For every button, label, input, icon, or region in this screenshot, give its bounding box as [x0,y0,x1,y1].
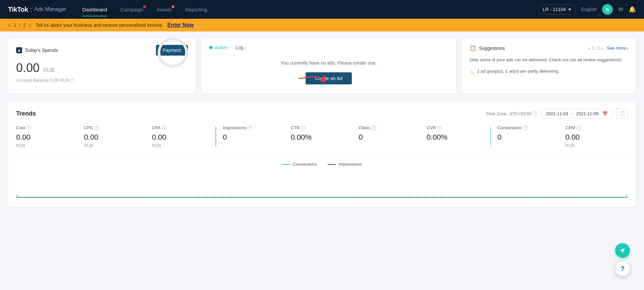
calendar-icon: 📅 [602,111,608,116]
impressions-line-icon [328,164,336,165]
chart-svg [16,172,628,199]
date-from: 2021-11-03 [546,111,568,116]
impressions-info-icon[interactable]: ? [248,126,252,130]
suggestions-card: 📋 Suggestions ‹ 1 / 1 › See more [462,38,636,94]
spend-chart [158,61,188,68]
cpc-info-icon[interactable]: ? [95,126,99,130]
logo: TikTok: Ads Manager [8,6,66,13]
cpc-unit: RUB [84,143,141,148]
date-separator: ~ [571,111,574,116]
metric-conversions: Conversions ? 0 [492,125,560,142]
see-more-chevron-icon: › [627,46,628,51]
bell-icon[interactable]: 🔔 [629,6,636,13]
active-status: Active [209,45,227,50]
metric-impressions: Impressions ? 0 [217,125,285,142]
active-dot [209,46,213,49]
metric-cost: Cost ? 0.00 RUB [16,125,78,148]
conversions-info-icon[interactable]: ? [523,126,528,130]
trends-controls: Time Zone: UTC+03:00 ? 2021-11-03 ~ 2021… [486,108,628,119]
balance-info-icon[interactable]: ? [70,78,75,83]
date-to: 2021-11-09 [576,111,599,116]
clicks-info-icon[interactable]: ? [372,126,376,130]
spend-icon: ■ [16,47,22,53]
chevron-down-icon: ▾ [569,7,571,12]
date-range-picker[interactable]: 2021-11-03 ~ 2021-11-09 📅 [541,109,612,119]
ctr-info-icon[interactable]: ? [301,126,306,130]
spend-card-title: ■ Today's Spends [16,47,58,53]
red-arrow-icon [299,73,325,83]
chart-y-label-right: 6 [626,194,628,199]
notification-message: Tell us about your business and receive … [36,22,163,28]
notif-page-total: 2 [23,22,26,28]
cpm-value: 0.00 [566,133,623,142]
nav-item-campaign[interactable]: Campaign [115,4,149,15]
spend-amount: 0.00 [16,61,40,75]
notification-link[interactable]: Enter Now [167,22,194,28]
spend-card: ■ Today's Spends Payment 0.00 RUB Accoun… [8,38,196,94]
notif-next-button[interactable]: › [29,22,32,28]
notification-nav: ‹ 1 / 2 › [8,22,32,28]
language-button[interactable]: English [581,7,597,12]
inbox-icon[interactable]: ✉ [618,6,623,13]
chart-area: 6 6 [16,172,628,199]
top-cards-row: ■ Today's Spends Payment 0.00 RUB Accoun… [8,38,636,94]
suggestions-page: 1 / 1 [591,46,600,51]
suggestions-header: 📋 Suggestions ‹ 1 / 1 › See more [470,45,628,51]
avatar[interactable]: b [602,4,613,15]
suggestions-next-button[interactable]: › [601,46,603,51]
cpa-unit: RUB [152,143,209,148]
export-button[interactable]: 📄 [616,108,628,119]
legend-conversions: Conversions [282,162,317,167]
main-content: ■ Today's Spends Payment 0.00 RUB Accoun… [0,31,644,214]
cvr-info-icon[interactable]: ? [437,126,442,130]
cost-info-icon[interactable]: ? [26,126,31,130]
notif-page-current: 1 [14,22,16,28]
cpm-info-icon[interactable]: ? [576,126,581,130]
impressions-value: 0 [223,133,280,142]
nav-item-reporting[interactable]: Reporting [180,4,212,15]
notif-prev-button[interactable]: ‹ [8,22,11,28]
warning-icon: ⚠ [470,69,474,75]
log-link[interactable]: Log › [235,45,247,50]
trends-section: Trends Time Zone: UTC+03:00 ? 2021-11-03… [8,100,636,207]
arrow-wrapper: Create an Ad [209,72,448,84]
nav-item-dashboard[interactable]: Dashboard [77,4,112,15]
logo-ads-manager: Ads Manager [34,6,66,12]
cyan-divider [490,127,491,147]
trends-title: Trends [16,110,36,117]
conversions-line-icon [282,164,290,165]
metrics-row: Cost ? 0.00 RUB CPC ? 0.00 RUB CPA ? [16,125,628,156]
account-selector[interactable]: LR - 11104 ▾ [538,4,576,14]
logo-colon: : [30,6,33,13]
see-more-link[interactable]: See more › [607,46,628,51]
metric-cpm: CPM ? 0.00 RUB [560,125,628,148]
cpa-info-icon[interactable]: ? [162,126,167,130]
suggestions-icon: 📋 [470,45,476,51]
cpc-value: 0.00 [84,133,141,142]
assets-badge [172,5,174,8]
chart-legend: Conversions Impressions [16,162,628,167]
suggestions-nav: ‹ 1 / 1 › [589,46,603,51]
timezone-info-icon[interactable]: ? [533,111,537,116]
header: TikTok: Ads Manager Dashboard Campaign A… [0,0,644,19]
timezone-label: Time Zone: UTC+03:00 ? [486,111,538,116]
ads-card: Active Log › You currently have no ads. … [201,38,456,94]
campaign-badge [143,5,146,8]
account-name: LR - 11104 [543,7,566,12]
cpm-unit: RUB [566,143,623,148]
spend-currency: RUB [43,67,55,73]
ads-card-header: Active Log › [209,45,448,50]
legend-impressions: Impressions [328,162,362,167]
log-chevron-icon: › [245,45,247,50]
nav-item-assets[interactable]: Assets [151,4,177,15]
suggestions-warning: ⚠ 1 ad group(s), 1 ad(s) are partly deli… [470,69,628,75]
suggestions-prev-button[interactable]: ‹ [589,46,590,51]
suggestions-text: Only some of your ads can be delivered. … [470,57,628,63]
conversions-value: 0 [497,133,554,142]
metric-cvr: CVR ? 0.00% [421,125,489,142]
main-nav: Dashboard Campaign Assets Reporting [77,4,527,15]
trends-header: Trends Time Zone: UTC+03:00 ? 2021-11-03… [16,108,628,119]
cvr-value: 0.00% [427,133,484,142]
cost-unit: RUB [16,143,73,148]
suggestions-body: Only some of your ads can be delivered. … [470,57,628,75]
